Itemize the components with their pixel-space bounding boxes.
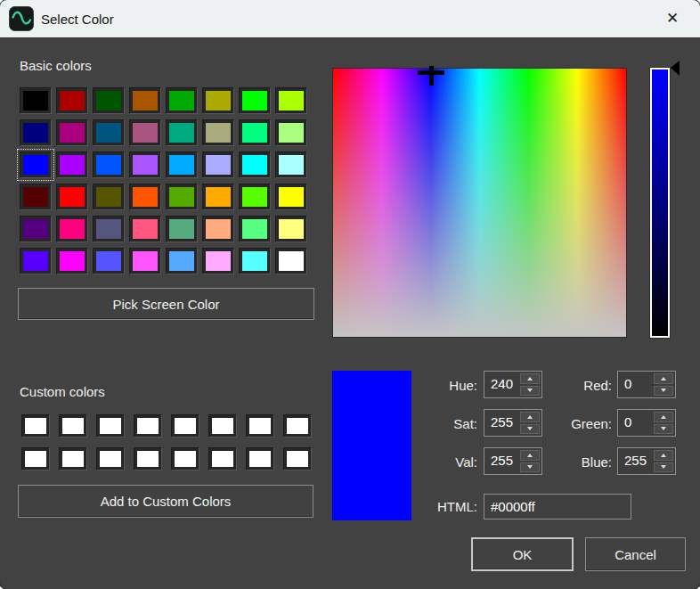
value-slider-arrow-icon[interactable] xyxy=(671,61,680,76)
basic-color-swatch[interactable] xyxy=(202,119,234,146)
basic-color-swatch[interactable] xyxy=(202,184,234,210)
basic-color-swatch[interactable] xyxy=(166,248,198,274)
basic-color-swatch[interactable] xyxy=(166,119,198,146)
basic-color-swatch[interactable] xyxy=(202,216,234,242)
basic-color-swatch[interactable] xyxy=(93,119,125,146)
swatch-color xyxy=(206,251,231,271)
custom-color-swatch[interactable] xyxy=(283,414,312,438)
custom-color-swatch[interactable] xyxy=(21,414,50,438)
basic-color-swatch[interactable] xyxy=(239,87,271,114)
basic-color-swatch[interactable] xyxy=(202,151,234,178)
basic-color-swatch[interactable] xyxy=(239,216,271,242)
basic-color-swatch[interactable] xyxy=(56,119,88,146)
swatch-color xyxy=(279,155,304,175)
basic-color-swatch[interactable] xyxy=(56,151,88,178)
custom-color-swatch[interactable] xyxy=(246,447,274,470)
value-slider[interactable] xyxy=(650,68,670,338)
basic-color-swatch[interactable] xyxy=(275,248,307,274)
blue-spin-up-button[interactable] xyxy=(654,450,673,461)
red-spin-up-button[interactable] xyxy=(654,373,673,384)
swatch-color xyxy=(249,418,271,434)
swatch-color xyxy=(169,155,194,175)
basic-color-swatch[interactable] xyxy=(93,151,125,178)
basic-color-swatch[interactable] xyxy=(239,248,271,274)
basic-color-swatch[interactable] xyxy=(275,119,307,146)
basic-colors-grid xyxy=(20,87,307,274)
custom-color-swatch[interactable] xyxy=(208,414,237,438)
green-spin-down-button[interactable] xyxy=(654,424,673,435)
basic-color-swatch[interactable] xyxy=(129,151,161,178)
ok-button[interactable]: OK xyxy=(471,537,574,571)
basic-color-swatch[interactable] xyxy=(56,216,88,242)
custom-color-swatch[interactable] xyxy=(283,447,312,470)
hue-saturation-picker[interactable] xyxy=(332,68,627,338)
basic-color-swatch[interactable] xyxy=(239,184,271,210)
blue-input[interactable] xyxy=(624,449,653,471)
basic-color-swatch[interactable] xyxy=(129,119,161,146)
basic-color-swatch[interactable] xyxy=(93,216,125,242)
swatch-color xyxy=(96,187,121,207)
hue-input[interactable] xyxy=(491,372,519,395)
basic-color-swatch[interactable] xyxy=(202,87,234,114)
custom-color-swatch[interactable] xyxy=(96,447,125,470)
basic-color-swatch[interactable] xyxy=(20,216,52,242)
add-to-custom-colors-button[interactable]: Add to Custom Colors xyxy=(18,485,313,518)
basic-color-swatch[interactable] xyxy=(129,216,161,242)
custom-color-swatch[interactable] xyxy=(21,447,50,470)
green-spin-up-button[interactable] xyxy=(654,412,673,422)
red-input[interactable] xyxy=(624,372,653,395)
basic-color-swatch[interactable] xyxy=(275,151,307,178)
basic-color-swatch[interactable] xyxy=(166,151,198,178)
custom-color-swatch[interactable] xyxy=(246,414,274,438)
basic-color-swatch[interactable] xyxy=(93,248,125,274)
custom-color-swatch[interactable] xyxy=(96,414,125,438)
arrow-up-icon xyxy=(527,454,533,457)
basic-color-swatch[interactable] xyxy=(239,151,271,178)
basic-color-swatch[interactable] xyxy=(56,184,88,210)
green-input[interactable] xyxy=(624,411,653,433)
pick-screen-color-label: Pick Screen Color xyxy=(112,297,219,312)
basic-color-swatch[interactable] xyxy=(93,184,125,210)
basic-color-swatch[interactable] xyxy=(20,87,52,114)
basic-color-swatch[interactable] xyxy=(275,216,307,242)
basic-color-swatch[interactable] xyxy=(129,87,161,114)
close-button[interactable]: ✕ xyxy=(652,0,693,37)
swatch-color xyxy=(25,451,46,467)
custom-color-swatch[interactable] xyxy=(208,447,237,470)
basic-color-swatch[interactable] xyxy=(166,87,198,114)
basic-color-swatch[interactable] xyxy=(275,184,307,210)
basic-color-swatch[interactable] xyxy=(20,151,52,178)
cancel-button[interactable]: Cancel xyxy=(585,537,686,571)
basic-color-swatch[interactable] xyxy=(275,87,307,114)
basic-color-swatch[interactable] xyxy=(20,184,52,210)
basic-color-swatch[interactable] xyxy=(239,119,271,146)
basic-color-swatch[interactable] xyxy=(20,119,52,146)
picker-crosshair-icon[interactable] xyxy=(418,69,444,88)
basic-color-swatch[interactable] xyxy=(56,87,88,114)
basic-color-swatch[interactable] xyxy=(56,248,88,274)
basic-color-swatch[interactable] xyxy=(166,184,198,210)
custom-color-swatch[interactable] xyxy=(171,414,199,438)
custom-color-swatch[interactable] xyxy=(59,447,87,470)
basic-color-swatch[interactable] xyxy=(166,216,198,242)
swatch-color xyxy=(242,187,267,207)
custom-color-swatch[interactable] xyxy=(171,447,199,470)
val-input[interactable] xyxy=(491,449,519,471)
sat-input[interactable] xyxy=(491,411,519,433)
app-icon xyxy=(9,6,34,31)
swatch-color xyxy=(169,219,194,239)
blue-spin-down-button[interactable] xyxy=(654,462,673,473)
custom-color-swatch[interactable] xyxy=(134,447,162,470)
basic-color-swatch[interactable] xyxy=(20,248,52,274)
basic-color-swatch[interactable] xyxy=(202,248,234,274)
basic-color-swatch[interactable] xyxy=(129,184,161,210)
custom-color-swatch[interactable] xyxy=(59,414,87,438)
swatch-color xyxy=(137,451,159,467)
basic-color-swatch[interactable] xyxy=(129,248,161,274)
pick-screen-color-button[interactable]: Pick Screen Color xyxy=(18,288,314,320)
custom-color-swatch[interactable] xyxy=(134,414,162,438)
basic-color-swatch[interactable] xyxy=(93,87,125,114)
red-spin-down-button[interactable] xyxy=(654,386,673,397)
html-input[interactable] xyxy=(491,495,624,518)
hue-label: Hue: xyxy=(401,378,477,393)
